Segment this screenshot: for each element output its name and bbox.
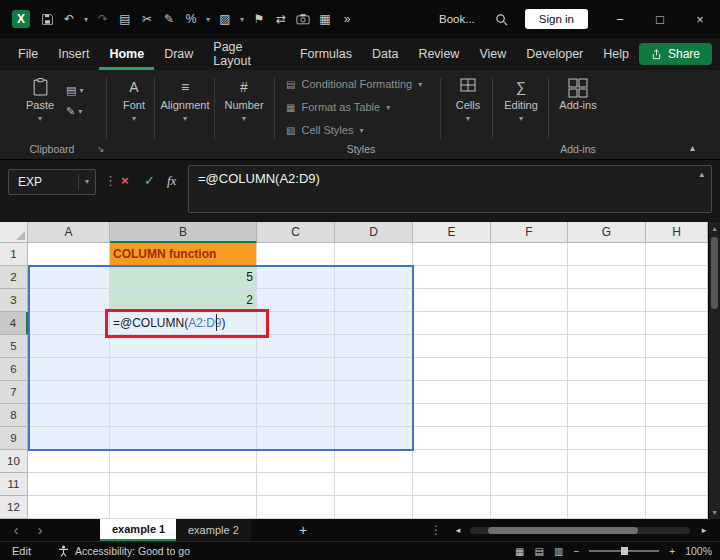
- accessibility-checker[interactable]: Accessibility: Good to go: [58, 542, 190, 560]
- scroll-right-button[interactable]: ▸: [696, 519, 712, 541]
- zoom-in-button[interactable]: +: [669, 546, 675, 557]
- conditional-formatting-button[interactable]: ▤ Conditional Formatting ▾: [286, 78, 422, 90]
- format-painter-icon[interactable]: ✎: [158, 0, 180, 38]
- menu-home[interactable]: Home: [99, 38, 154, 70]
- row-header-12[interactable]: 12: [0, 496, 28, 519]
- cut-icon[interactable]: ✂: [136, 0, 158, 38]
- menu-draw[interactable]: Draw: [154, 38, 203, 70]
- cancel-button[interactable]: ×: [121, 173, 129, 188]
- zoom-slider-thumb[interactable]: [621, 547, 628, 555]
- horizontal-scrollbar[interactable]: [470, 527, 690, 534]
- redo-icon[interactable]: ↷: [92, 0, 114, 38]
- ribbon-collapse-chevron-icon[interactable]: ▴: [690, 142, 695, 153]
- sheetbar-dots-icon[interactable]: ⋮: [430, 519, 442, 541]
- zoom-out-button[interactable]: −: [573, 546, 579, 557]
- format-as-table-button[interactable]: ▦ Format as Table ▾: [286, 101, 390, 113]
- scroll-down-icon[interactable]: ▾: [709, 508, 720, 517]
- borders-icon[interactable]: ▦: [314, 0, 336, 38]
- zoom-slider[interactable]: [589, 550, 659, 552]
- page-break-view-icon[interactable]: ▥: [554, 546, 563, 557]
- copy-icon[interactable]: ▤: [114, 0, 136, 38]
- row-header-4[interactable]: 4: [0, 312, 28, 335]
- close-button[interactable]: ×: [680, 0, 720, 38]
- previous-sheet-button[interactable]: ‹: [6, 519, 26, 541]
- undo-chevron-icon[interactable]: ▾: [80, 0, 92, 38]
- column-header-e[interactable]: E: [413, 222, 491, 243]
- editing-group-button[interactable]: ∑ Editing ▾: [494, 78, 548, 123]
- zoom-level[interactable]: 100%: [685, 545, 712, 557]
- merge-icon[interactable]: ⇄: [270, 0, 292, 38]
- column-header-f[interactable]: F: [491, 222, 568, 243]
- camera-icon[interactable]: [292, 0, 314, 38]
- menu-view[interactable]: View: [469, 38, 516, 70]
- menu-page-layout[interactable]: Page Layout: [203, 38, 290, 70]
- ribbon-copy-button[interactable]: ▤ ▾: [66, 84, 83, 97]
- sheet-tab-example-1[interactable]: example 1: [100, 519, 177, 541]
- paste-button[interactable]: Paste ▾: [16, 78, 64, 123]
- next-sheet-button[interactable]: ›: [30, 519, 50, 541]
- horizontal-scrollbar-thumb[interactable]: [488, 527, 638, 534]
- search-icon[interactable]: [491, 0, 513, 38]
- font-group-button[interactable]: A Font ▾: [112, 78, 156, 123]
- page-layout-view-icon[interactable]: ▤: [535, 546, 544, 557]
- alignment-group-button[interactable]: ≡ Alignment ▾: [156, 78, 214, 123]
- fill-color-icon[interactable]: ▨: [214, 0, 236, 38]
- name-box[interactable]: EXP ▾: [8, 169, 96, 195]
- column-header-g[interactable]: G: [568, 222, 646, 243]
- column-header-d[interactable]: D: [335, 222, 413, 243]
- excel-logo-icon[interactable]: X: [12, 10, 30, 28]
- normal-view-icon[interactable]: ▦: [515, 546, 524, 557]
- share-button[interactable]: Share: [639, 43, 712, 65]
- cell-styles-button[interactable]: ▧ Cell Styles ▾: [286, 124, 363, 136]
- row-header-10[interactable]: 10: [0, 450, 28, 473]
- insert-function-button[interactable]: fx: [167, 173, 176, 189]
- fill-chevron-icon[interactable]: ▾: [236, 0, 248, 38]
- row-header-8[interactable]: 8: [0, 404, 28, 427]
- menu-file[interactable]: File: [8, 38, 48, 70]
- row-header-9[interactable]: 9: [0, 427, 28, 450]
- column-header-c[interactable]: C: [257, 222, 335, 243]
- column-header-a[interactable]: A: [28, 222, 110, 243]
- formula-input[interactable]: =@COLUMN(A2:D9) ▴: [188, 165, 712, 213]
- clipboard-dialog-launcher-icon[interactable]: ↘: [97, 144, 105, 154]
- vertical-scrollbar[interactable]: ▴ ▾: [708, 222, 720, 519]
- formula-bar-collapse-icon[interactable]: ▴: [699, 169, 704, 179]
- column-header-h[interactable]: H: [646, 222, 708, 243]
- row-header-2[interactable]: 2: [0, 266, 28, 289]
- number-group-button[interactable]: # Number ▾: [218, 78, 270, 123]
- enter-button[interactable]: ✓: [144, 173, 155, 188]
- row-header-11[interactable]: 11: [0, 473, 28, 496]
- more-commands-icon[interactable]: »: [336, 0, 358, 38]
- menu-developer[interactable]: Developer: [516, 38, 593, 70]
- row-header-3[interactable]: 3: [0, 289, 28, 312]
- restore-button[interactable]: □: [640, 0, 680, 38]
- percent-chevron-icon[interactable]: ▾: [202, 0, 214, 38]
- select-all-corner[interactable]: [0, 222, 28, 243]
- row-header-6[interactable]: 6: [0, 358, 28, 381]
- addins-button[interactable]: Add-ins: [550, 78, 606, 111]
- scroll-up-icon[interactable]: ▴: [709, 224, 720, 233]
- menu-help[interactable]: Help: [593, 38, 639, 70]
- vertical-scrollbar-thumb[interactable]: [711, 237, 718, 309]
- menu-formulas[interactable]: Formulas: [290, 38, 362, 70]
- minimize-button[interactable]: −: [600, 0, 640, 38]
- save-icon[interactable]: [36, 0, 58, 38]
- scroll-left-button[interactable]: ◂: [450, 519, 466, 541]
- add-sheet-button[interactable]: +: [292, 519, 314, 541]
- menu-insert[interactable]: Insert: [48, 38, 99, 70]
- row-header-1[interactable]: 1: [0, 243, 28, 266]
- undo-icon[interactable]: ↶: [58, 0, 80, 38]
- flag-icon[interactable]: ⚑: [248, 0, 270, 38]
- formula-bar-dots-icon[interactable]: ⋮: [104, 173, 117, 188]
- cells-area[interactable]: COLUMN function 5 2 =@COLUMN(A2:D9): [28, 243, 708, 519]
- ribbon-format-painter-button[interactable]: ✎ ▾: [66, 105, 83, 118]
- percent-style-icon[interactable]: %: [180, 0, 202, 38]
- name-box-chevron-icon[interactable]: ▾: [78, 174, 95, 190]
- cells-group-button[interactable]: Cells ▾: [444, 78, 492, 123]
- menu-review[interactable]: Review: [408, 38, 469, 70]
- column-header-b[interactable]: B: [110, 222, 257, 243]
- sheet-tab-example-2[interactable]: example 2: [176, 519, 251, 541]
- row-header-7[interactable]: 7: [0, 381, 28, 404]
- menu-data[interactable]: Data: [362, 38, 408, 70]
- row-header-5[interactable]: 5: [0, 335, 28, 358]
